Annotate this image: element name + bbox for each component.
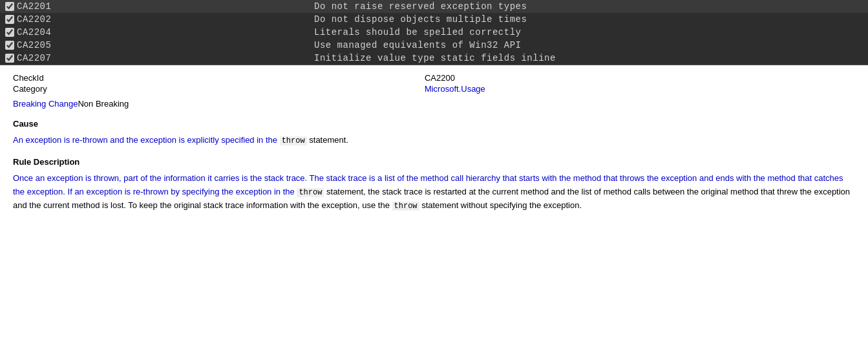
checkid-label: CheckId <box>13 73 417 83</box>
table-row[interactable]: CA2202 Do not dispose objects multiple t… <box>0 13 868 26</box>
rule-id: CA2204 <box>17 27 314 37</box>
rule-id: CA2207 <box>17 53 314 63</box>
table-row[interactable]: CA2204 Literals should be spelled correc… <box>0 26 868 39</box>
rule-desc-code2: throw <box>392 202 419 211</box>
category-value[interactable]: Microsoft.Usage <box>425 84 855 94</box>
rule-desc-text-3: statement without specifying the excepti… <box>419 200 582 210</box>
rules-list: CA2201 Do not raise reserved exception t… <box>0 0 868 65</box>
breaking-change-link[interactable]: Breaking Change <box>13 99 78 109</box>
breaking-change-row: Breaking ChangeNon Breaking <box>13 99 855 109</box>
rule-description: Initialize value type static fields inli… <box>314 53 556 63</box>
rule-description-heading: Rule Description <box>13 157 855 167</box>
cause-heading: Cause <box>13 119 855 129</box>
rule-checkbox-ca2205[interactable] <box>5 41 14 50</box>
meta-info: CheckId CA2200 Category Microsoft.Usage <box>13 73 855 94</box>
cause-text-link-part: An exception is re-thrown and the except… <box>13 135 277 145</box>
rule-id: CA2202 <box>17 14 314 25</box>
cause-statement-end: statement. <box>309 135 348 145</box>
rule-checkbox-ca2207[interactable] <box>5 54 14 63</box>
rule-id: CA2201 <box>17 1 314 12</box>
rule-desc-code1: throw <box>297 188 324 197</box>
rule-checkbox-ca2202[interactable] <box>5 15 14 24</box>
rule-description: Use managed equivalents of Win32 API <box>314 40 521 50</box>
rule-checkbox-ca2204[interactable] <box>5 28 14 37</box>
non-breaking-value: Non Breaking <box>78 99 129 109</box>
rule-description: Do not dispose objects multiple times <box>314 14 527 25</box>
detail-panel: CheckId CA2200 Category Microsoft.Usage … <box>0 65 868 358</box>
cause-paragraph: An exception is re-thrown and the except… <box>13 134 855 147</box>
table-row[interactable]: CA2201 Do not raise reserved exception t… <box>0 0 868 13</box>
rule-description: Do not raise reserved exception types <box>314 1 527 12</box>
rule-checkbox-ca2201[interactable] <box>5 2 14 11</box>
checkid-value: CA2200 <box>425 73 855 83</box>
rule-description: Literals should be spelled correctly <box>314 27 521 37</box>
rule-description-paragraph: Once an exception is thrown, part of the… <box>13 172 855 213</box>
cause-code-throw: throw <box>280 136 307 145</box>
table-row[interactable]: CA2207 Initialize value type static fiel… <box>0 52 868 65</box>
rule-id: CA2205 <box>17 40 314 50</box>
table-row[interactable]: CA2205 Use managed equivalents of Win32 … <box>0 39 868 52</box>
category-label: Category <box>13 84 417 94</box>
